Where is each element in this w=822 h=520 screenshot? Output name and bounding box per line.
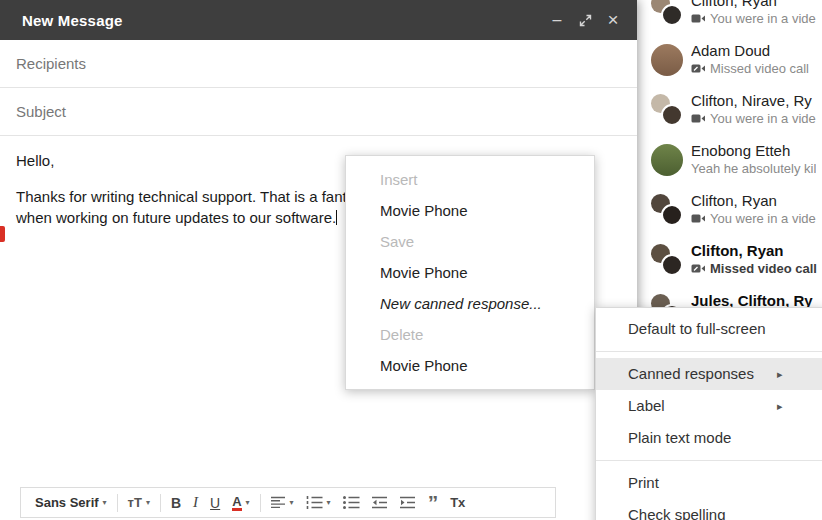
chat-status-text: Missed video call [710, 261, 817, 276]
text-color-button[interactable]: A ▾ [226, 488, 255, 517]
underline-button[interactable]: U [204, 488, 226, 517]
italic-button[interactable]: I [187, 488, 204, 517]
chat-status-text: Yeah he absolutely kil [691, 161, 816, 176]
chat-row[interactable]: Clifton, Ryan You were in a vide [637, 0, 822, 38]
menu-item-insert-movie-phone[interactable]: Movie Phone [346, 195, 594, 226]
chat-row[interactable]: Enobong Etteh Yeah he absolutely kil [637, 138, 822, 188]
menu-section-delete: Delete [346, 319, 594, 350]
chat-row[interactable]: Clifton, Ryan Missed video call [637, 238, 822, 288]
chat-contact-name: Clifton, Ryan [691, 242, 817, 259]
bulleted-list-button[interactable] [337, 488, 366, 517]
menu-section-insert: Insert [346, 164, 594, 195]
chat-contact-name: Enobong Etteh [691, 142, 816, 159]
group-avatar [651, 194, 683, 226]
chevron-down-icon: ▾ [246, 498, 250, 507]
submenu-arrow-icon: ▸ [777, 390, 783, 422]
menu-item-delete-movie-phone[interactable]: Movie Phone [346, 350, 594, 381]
video-call-icon [691, 13, 706, 24]
chat-contact-name: Clifton, Ryan [691, 192, 816, 209]
chevron-down-icon: ▾ [327, 498, 331, 507]
indent-less-icon [372, 496, 388, 509]
quote-icon: ” [428, 498, 439, 508]
font-size-button[interactable]: тT ▾ [122, 488, 156, 517]
text-cursor [336, 210, 337, 225]
contact-avatar [651, 44, 683, 76]
compose-options-menu: Default to full-screen Canned responses … [595, 307, 822, 520]
indent-more-icon [400, 496, 416, 509]
missed-video-call-icon [691, 263, 706, 274]
submenu-arrow-icon: ▸ [777, 358, 783, 390]
text-color-icon: A [232, 495, 241, 511]
numbered-list-icon [306, 496, 323, 509]
menu-item-label[interactable]: Label ▸ [596, 390, 822, 422]
quote-button[interactable]: ” [422, 488, 445, 517]
chat-row[interactable]: Adam Doud Missed video call [637, 38, 822, 88]
chat-contact-name: Clifton, Ryan [691, 0, 816, 9]
minimize-icon: – [553, 11, 562, 29]
bulleted-list-icon [343, 496, 360, 509]
subject-placeholder: Subject [16, 103, 66, 120]
chat-status-text: You were in a vide [710, 11, 816, 26]
chevron-down-icon: ▾ [103, 498, 107, 507]
menu-item-save-movie-phone[interactable]: Movie Phone [346, 257, 594, 288]
indent-less-button[interactable] [366, 488, 394, 517]
indent-more-button[interactable] [394, 488, 422, 517]
close-icon: × [607, 9, 618, 31]
align-left-icon [271, 496, 286, 509]
red-edge-artifact [0, 226, 5, 242]
menu-item-plain-text-mode[interactable]: Plain text mode [596, 422, 822, 454]
expand-icon [579, 14, 592, 27]
chevron-down-icon: ▾ [146, 498, 150, 507]
align-button[interactable]: ▾ [265, 488, 300, 517]
menu-item-print[interactable]: Print [596, 467, 822, 499]
numbered-list-button[interactable]: ▾ [300, 488, 337, 517]
bold-button[interactable]: B [165, 488, 187, 517]
recipients-field[interactable]: Recipients [0, 40, 637, 88]
menu-item-default-to-full-screen[interactable]: Default to full-screen [596, 313, 822, 345]
close-button[interactable]: × [601, 8, 625, 32]
menu-item-canned-responses[interactable]: Canned responses ▸ [596, 358, 822, 390]
menu-divider [596, 460, 822, 461]
toolbar-divider [260, 494, 261, 512]
recipients-placeholder: Recipients [16, 55, 86, 72]
group-avatar [651, 0, 683, 26]
screen: Clifton, Ryan You were in a vide Adam Do… [0, 0, 822, 520]
canned-responses-menu: Insert Movie Phone Save Movie Phone New … [345, 155, 595, 390]
chat-status-text: You were in a vide [710, 111, 816, 126]
menu-section-save: Save [346, 226, 594, 257]
video-call-icon [691, 213, 706, 224]
remove-formatting-icon: Tx [450, 495, 465, 510]
menu-item-new-canned-response[interactable]: New canned response... [346, 288, 594, 319]
menu-divider [596, 351, 822, 352]
chat-list: Clifton, Ryan You were in a vide Adam Do… [637, 0, 822, 338]
subject-field[interactable]: Subject [0, 88, 637, 136]
chat-contact-name: Adam Doud [691, 42, 809, 59]
chat-status-text: You were in a vide [710, 211, 816, 226]
missed-video-call-icon [691, 63, 706, 74]
contact-avatar [651, 144, 683, 176]
remove-formatting-button[interactable]: Tx [444, 488, 471, 517]
compose-title: New Message [22, 12, 541, 29]
video-call-icon [691, 113, 706, 124]
chat-contact-name: Clifton, Nirave, Ry [691, 92, 816, 109]
chat-row[interactable]: Clifton, Ryan You were in a vide [637, 188, 822, 238]
compose-header[interactable]: New Message – × [0, 0, 637, 40]
menu-item-check-spelling[interactable]: Check spelling [596, 499, 822, 520]
toolbar-divider [117, 494, 118, 512]
formatting-toolbar: Sans Serif ▾ тT ▾ B I U A ▾ ▾ ▾ [20, 487, 556, 518]
chevron-down-icon: ▾ [290, 498, 294, 507]
minimize-button[interactable]: – [545, 8, 569, 32]
toolbar-divider [160, 494, 161, 512]
chat-status-text: Missed video call [710, 61, 809, 76]
body-line-2: when working on future updates to our so… [16, 209, 336, 226]
font-family-button[interactable]: Sans Serif ▾ [29, 488, 113, 517]
expand-button[interactable] [573, 8, 597, 32]
chat-row[interactable]: Clifton, Nirave, Ry You were in a vide [637, 88, 822, 138]
group-avatar [651, 94, 683, 126]
group-avatar [651, 244, 683, 276]
